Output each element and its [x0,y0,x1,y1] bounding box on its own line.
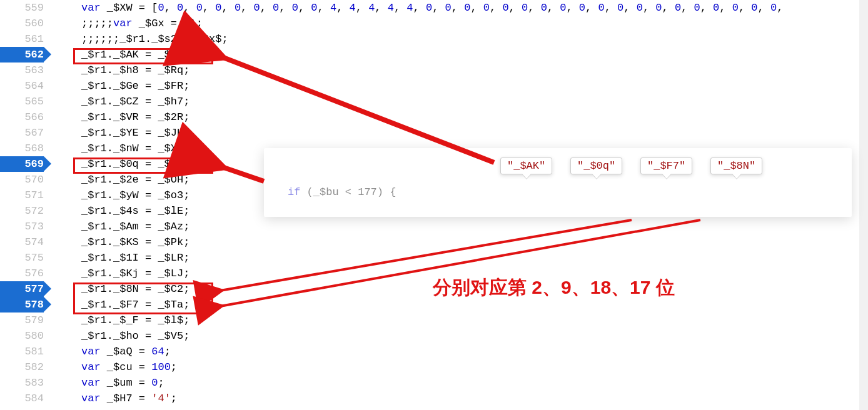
line-number[interactable]: 583 [0,375,44,391]
code-line[interactable]: ;;;;;;_$r1._$s2 = _$x$; [81,31,868,47]
line-number[interactable]: 567 [0,125,44,141]
code-line[interactable]: ;;;;;var _$Gx = {}; [81,16,868,31]
code-line[interactable]: _$r1._$Ge = _$FR; [81,78,868,94]
line-number[interactable]: 563 [0,62,44,78]
code-line[interactable]: var _$cu = 100; [81,359,868,375]
tooltip-1: "_$AK" [500,158,552,174]
line-number[interactable]: 572 [0,203,44,219]
code-line[interactable]: _$r1._$VR = _$2R; [81,109,868,125]
line-number[interactable]: 581 [0,344,44,359]
vertical-scrollbar[interactable] [859,0,868,410]
line-number[interactable]: 578 [0,297,44,312]
code-line[interactable]: var _$um = 0; [81,375,868,391]
code-line[interactable]: _$r1._$1I = _$LR; [81,250,868,266]
line-number[interactable]: 580 [0,328,44,344]
code-line[interactable]: _$r1._$ho = _$V5; [81,328,868,344]
line-number[interactable]: 582 [0,359,44,375]
code-line[interactable]: _$r1._$KS = _$Pk; [81,234,868,250]
code-line[interactable]: _$r1._$AK = _$W2; [81,47,868,62]
line-number[interactable]: 561 [0,31,44,47]
line-number[interactable]: 571 [0,188,44,203]
line-number[interactable]: 573 [0,219,44,234]
line-number[interactable]: 564 [0,78,44,94]
code-line[interactable]: _$r1._$CZ = _$h7; [81,94,868,109]
code-line[interactable]: _$r1._$YE = _$JH; [81,125,868,141]
line-number[interactable]: 570 [0,172,44,188]
line-number[interactable]: 576 [0,266,44,281]
line-number[interactable]: 569 [0,156,44,172]
code-line[interactable]: _$r1._$_F = _$l$; [81,312,868,328]
code-line[interactable]: _$r1._$Am = _$Az; [81,219,868,234]
line-number[interactable]: 579 [0,312,44,328]
line-number[interactable]: 577 [0,281,44,297]
tooltip-3: "_$F7" [640,158,692,174]
kw-if: if [288,186,300,198]
line-number[interactable]: 566 [0,109,44,125]
tooltip-4: "_$8N" [710,158,762,174]
line-number-gutter[interactable]: 5595605615625635645655665675685695705715… [0,0,51,410]
line-number[interactable]: 560 [0,16,44,31]
line-number[interactable]: 565 [0,94,44,109]
line-number[interactable]: 584 [0,391,44,406]
annotation-text: 分别对应第 2、9、18、17 位 [433,275,675,301]
code-line[interactable]: var _$aQ = 64; [81,344,868,359]
code-line[interactable]: _$r1._$h8 = _$Rq; [81,62,868,78]
line-number[interactable]: 574 [0,234,44,250]
code-line[interactable]: var _$XW = [0, 0, 0, 0, 0, 0, 0, 0, 0, 4… [81,0,868,16]
line-number[interactable]: 562 [0,47,44,62]
line-number[interactable]: 575 [0,250,44,266]
evaluation-popup: if (_$bu < 177) { _$F3 = _$xE.length; } … [264,148,852,217]
line-number[interactable]: 568 [0,141,44,156]
tooltip-2: "_$0q" [570,158,622,174]
line-number[interactable]: 559 [0,0,44,16]
code-line[interactable]: var _$H7 = '4'; [81,391,868,406]
